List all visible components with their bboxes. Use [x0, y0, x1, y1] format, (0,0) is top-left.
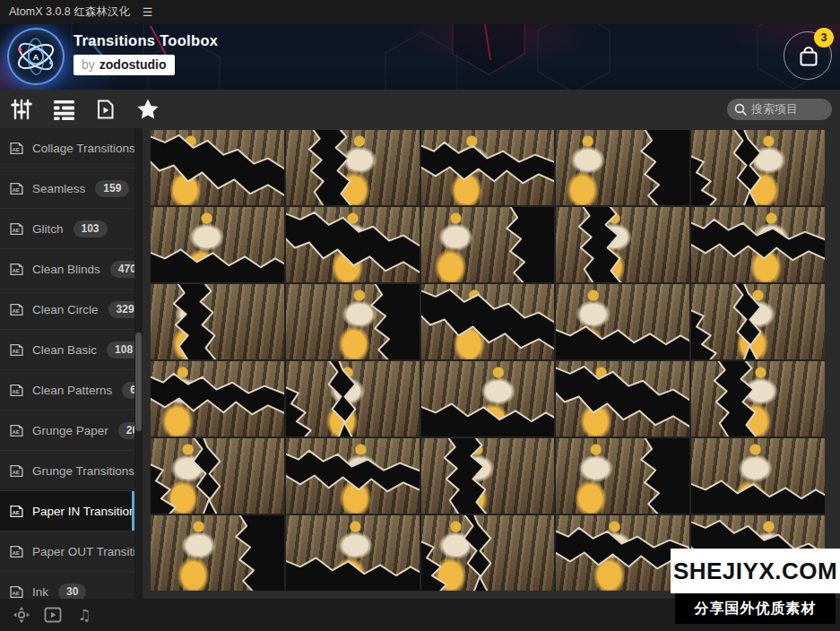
- transition-thumbnail[interactable]: [421, 207, 555, 282]
- filters-button[interactable]: [9, 97, 34, 122]
- ae-file-icon: AE: [9, 504, 24, 519]
- torn-paper-overlay: [286, 515, 420, 591]
- byline-badge: by zodostudio: [74, 55, 175, 75]
- ae-file-icon: AE: [9, 221, 24, 237]
- cart-button[interactable]: 3: [784, 31, 832, 80]
- transition-thumbnail[interactable]: [286, 207, 420, 282]
- sidebar-item-label: Paper OUT Transition: [32, 545, 134, 558]
- sidebar-item-seamless[interactable]: AE Seamless 159: [0, 169, 134, 209]
- sliders-icon: [11, 99, 32, 120]
- dpad-move-icon: [13, 606, 30, 624]
- sidebar-item-clean-basic[interactable]: AE Clean Basic 108: [0, 330, 134, 370]
- list-view-button[interactable]: [51, 97, 76, 122]
- torn-paper-overlay: [286, 207, 420, 282]
- transition-thumbnail[interactable]: [556, 361, 689, 437]
- search-box[interactable]: [727, 99, 832, 120]
- transition-thumbnail[interactable]: [286, 284, 420, 359]
- music-note-icon: ♫: [77, 608, 91, 623]
- sidebar-item-label: Seamless: [32, 182, 85, 195]
- torn-paper-overlay: [286, 130, 420, 205]
- transition-thumbnail[interactable]: [421, 438, 555, 514]
- video-panel-button[interactable]: [44, 606, 62, 624]
- transition-thumbnail[interactable]: [151, 207, 284, 282]
- sidebar-scrollbar-thumb[interactable]: [135, 333, 142, 431]
- ae-file-icon: AE: [9, 463, 24, 479]
- torn-paper-overlay: [151, 207, 284, 282]
- sidebar-scrollbar-track[interactable]: [134, 128, 143, 599]
- transition-thumbnail[interactable]: [556, 438, 689, 514]
- sidebar-item-grunge-transitions[interactable]: AE Grunge Transitions: [0, 451, 134, 491]
- torn-paper-overlay: [286, 284, 420, 359]
- sidebar-item-paper-out-transition[interactable]: AE Paper OUT Transition: [0, 532, 134, 572]
- svg-text:AE: AE: [12, 146, 19, 151]
- transition-thumbnail[interactable]: [556, 207, 689, 282]
- transition-thumbnail[interactable]: [421, 361, 555, 437]
- transition-thumbnail[interactable]: [151, 284, 284, 359]
- transition-thumbnail[interactable]: [286, 361, 420, 437]
- transition-thumbnail[interactable]: [286, 438, 420, 514]
- torn-paper-overlay: [421, 207, 555, 282]
- svg-text:AE: AE: [12, 509, 19, 514]
- svg-text:AE: AE: [12, 428, 19, 434]
- transition-thumbnail[interactable]: [556, 130, 689, 205]
- motion-presets-button[interactable]: [13, 606, 30, 624]
- torn-paper-overlay: [691, 130, 825, 205]
- star-icon: [136, 98, 160, 121]
- list-rows-icon: [53, 99, 75, 120]
- transition-thumbnail[interactable]: [421, 130, 555, 205]
- video-play-icon: [44, 606, 62, 624]
- transition-thumbnail[interactable]: [151, 515, 284, 591]
- transition-thumbnail[interactable]: [691, 130, 825, 205]
- favorites-button[interactable]: [135, 97, 160, 122]
- sidebar-item-label: Glitch: [32, 222, 64, 236]
- sidebar-item-label: Grunge Paper: [32, 424, 108, 437]
- music-panel-button[interactable]: ♫: [75, 606, 93, 624]
- atomx-window: AtomX 3.0.8 红森林汉化 ☰: [0, 0, 840, 631]
- transition-thumbnail[interactable]: [691, 207, 825, 282]
- ae-file-icon: AE: [9, 342, 24, 358]
- count-badge: 30: [58, 583, 86, 600]
- sidebar-item-ink[interactable]: AE Ink 30: [0, 572, 134, 599]
- torn-paper-overlay: [286, 361, 420, 437]
- cart-count-badge: 3: [814, 28, 834, 48]
- transition-thumbnail[interactable]: [151, 130, 284, 205]
- transition-thumbnail[interactable]: [421, 515, 555, 591]
- search-input[interactable]: [751, 102, 825, 116]
- torn-paper-overlay: [421, 438, 555, 514]
- sidebar-list: AE Collage Transitions AE Seamless 159 A…: [0, 128, 134, 599]
- search-icon: [734, 103, 747, 116]
- sidebar-item-clean-circle[interactable]: AE Clean Circle 329: [0, 290, 134, 330]
- transition-thumbnail[interactable]: [691, 284, 825, 359]
- sidebar-item-clean-patterns[interactable]: AE Clean Patterns 66: [0, 370, 134, 411]
- ae-file-icon: AE: [9, 584, 24, 600]
- transition-thumbnail[interactable]: [151, 438, 284, 514]
- sidebar-item-clean-blinds[interactable]: AE Clean Blinds 470: [0, 249, 134, 290]
- transition-thumbnail[interactable]: [691, 438, 825, 514]
- toolbar-icons: [9, 97, 160, 122]
- sidebar-item-label: Grunge Transitions: [32, 464, 134, 478]
- sidebar-item-glitch[interactable]: AE Glitch 103: [0, 209, 134, 249]
- torn-paper-overlay: [286, 438, 420, 514]
- transition-thumbnail[interactable]: [691, 361, 825, 437]
- thumbnail-grid: [151, 130, 825, 591]
- transition-thumbnail[interactable]: [556, 515, 689, 591]
- transition-thumbnail[interactable]: [556, 284, 689, 359]
- svg-text:AE: AE: [12, 469, 19, 474]
- sidebar-item-paper-in-transition[interactable]: AE Paper IN Transition: [0, 491, 134, 532]
- titlebar: AtomX 3.0.8 红森林汉化 ☰: [0, 0, 840, 24]
- ae-file-icon: AE: [9, 302, 24, 317]
- torn-paper-overlay: [151, 130, 284, 205]
- sidebar-item-collage-transitions[interactable]: AE Collage Transitions: [0, 128, 134, 169]
- transition-thumbnail[interactable]: [286, 130, 420, 205]
- torn-paper-overlay: [556, 438, 689, 514]
- sidebar-item-label: Clean Blinds: [32, 263, 100, 276]
- transition-thumbnail[interactable]: [286, 515, 420, 591]
- hamburger-menu-icon[interactable]: ☰: [143, 5, 153, 19]
- count-badge: 20: [118, 422, 134, 439]
- sidebar-item-grunge-paper[interactable]: AE Grunge Paper 20: [0, 411, 134, 451]
- torn-paper-overlay: [691, 438, 825, 514]
- transition-thumbnail[interactable]: [421, 284, 555, 359]
- preview-button[interactable]: [93, 97, 118, 122]
- transition-thumbnail[interactable]: [151, 361, 284, 437]
- torn-paper-overlay: [151, 284, 284, 359]
